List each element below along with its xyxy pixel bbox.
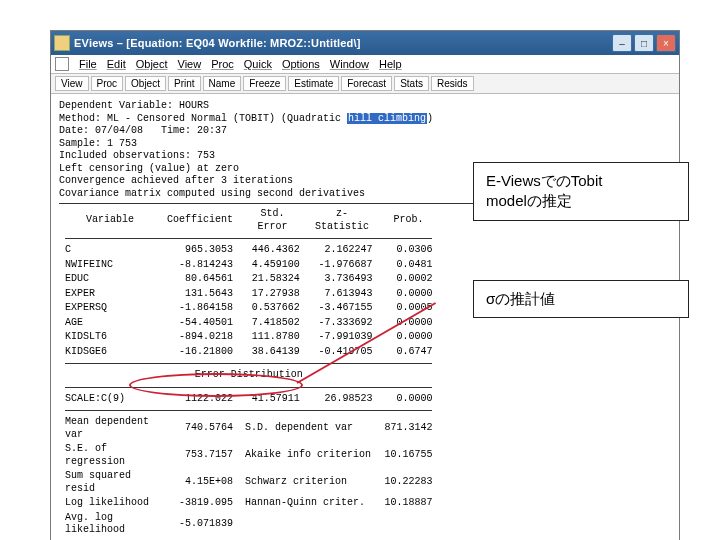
stat-row: Log likelihood-3819.095Hannan-Quinn crit…: [59, 496, 438, 511]
menu-edit[interactable]: Edit: [107, 58, 126, 70]
table-row: KIDSGE6-16.2180038.64139-0.4197050.6747: [59, 345, 438, 360]
table-row: EXPER131.564317.279387.6139430.0000: [59, 287, 438, 302]
stat-row: Sum squared resid4.15E+08Schwarz criteri…: [59, 469, 438, 496]
menu-object[interactable]: Object: [136, 58, 168, 70]
menubar: File Edit Object View Proc Quick Options…: [51, 55, 679, 74]
tb-estimate[interactable]: Estimate: [288, 76, 339, 91]
info-sample: Sample: 1 753: [59, 138, 671, 151]
menu-view[interactable]: View: [178, 58, 202, 70]
table-row: EXPERSQ-1.8641580.537662-3.4671550.0005: [59, 301, 438, 316]
highlight-circle: [129, 373, 303, 397]
tb-stats[interactable]: Stats: [394, 76, 429, 91]
info-method: Method: ML - Censored Normal (TOBIT) (Qu…: [59, 113, 671, 126]
tb-print[interactable]: Print: [168, 76, 201, 91]
table-row: EDUC80.6456121.583243.7364930.0002: [59, 272, 438, 287]
annotation-tobit: E-ViewsでのTobit modelの推定: [473, 162, 689, 221]
window-title: EViews – [Equation: EQ04 Workfile: MROZ:…: [74, 37, 612, 49]
table-header: Variable Coefficient Std. Error z-Statis…: [59, 207, 438, 234]
app-icon: [54, 35, 70, 51]
menu-proc[interactable]: Proc: [211, 58, 234, 70]
tb-freeze[interactable]: Freeze: [243, 76, 286, 91]
stat-row: S.E. of regression753.7157Akaike info cr…: [59, 442, 438, 469]
tb-forecast[interactable]: Forecast: [341, 76, 392, 91]
tb-object[interactable]: Object: [125, 76, 166, 91]
close-button[interactable]: ×: [656, 34, 676, 52]
annotation-sigma: σの推計値: [473, 280, 689, 318]
menu-window[interactable]: Window: [330, 58, 369, 70]
tb-view[interactable]: View: [55, 76, 89, 91]
menu-options[interactable]: Options: [282, 58, 320, 70]
tb-proc[interactable]: Proc: [91, 76, 124, 91]
highlighted-text: hill climbing: [347, 113, 427, 124]
maximize-button[interactable]: □: [634, 34, 654, 52]
tb-resids[interactable]: Resids: [431, 76, 474, 91]
table-row: C965.3053446.43622.1622470.0306: [59, 243, 438, 258]
table-row: AGE-54.405017.418502-7.3336920.0000: [59, 316, 438, 331]
tb-name[interactable]: Name: [203, 76, 242, 91]
minimize-button[interactable]: –: [612, 34, 632, 52]
doc-icon: [55, 57, 69, 71]
info-depvar: Dependent Variable: HOURS: [59, 100, 671, 113]
stat-row: Avg. log likelihood-5.071839: [59, 511, 438, 538]
titlebar[interactable]: EViews – [Equation: EQ04 Workfile: MROZ:…: [51, 31, 679, 55]
table-row: NWIFEINC-8.8142434.459100-1.9766870.0481: [59, 258, 438, 273]
info-date: Date: 07/04/08 Time: 20:37: [59, 125, 671, 138]
menu-quick[interactable]: Quick: [244, 58, 272, 70]
output-area: Dependent Variable: HOURS Method: ML - C…: [51, 94, 679, 540]
stat-row: Mean dependent var740.5764S.D. dependent…: [59, 415, 438, 442]
menu-file[interactable]: File: [79, 58, 97, 70]
eviews-window: EViews – [Equation: EQ04 Workfile: MROZ:…: [50, 30, 680, 540]
menu-help[interactable]: Help: [379, 58, 402, 70]
info-obs: Included observations: 753: [59, 150, 671, 163]
toolbar: View Proc Object Print Name Freeze Estim…: [51, 74, 679, 94]
